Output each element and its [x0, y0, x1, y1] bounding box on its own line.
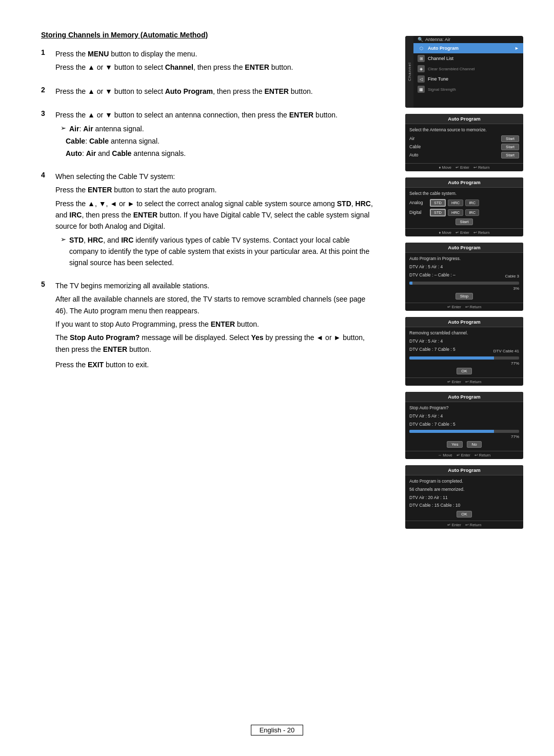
tv-menu-fine-tune: ◁ Fine Tune	[413, 74, 523, 84]
tv-panel2-body: Select the Antenna source to memorize. A…	[405, 124, 523, 163]
tv-panel6-footer: ↔ Move ↵ Enter ↩ Return	[405, 451, 523, 459]
tv-panel5-return: ↩ Return	[465, 380, 482, 384]
step-4-line-3: Press the ▲, ▼, ◄ or ► to select the cor…	[55, 198, 380, 232]
tv-panel4-footer: ↵ Enter ↩ Return	[405, 303, 523, 311]
tv-panel2-auto-label: Auto	[409, 152, 425, 157]
tv-panel6-yes-btn[interactable]: Yes	[447, 441, 463, 448]
tv-panel3-enter: ↵ Enter	[456, 230, 469, 235]
tv-panel5-progress-bar	[409, 356, 519, 360]
footer-label: English - 20	[251, 725, 304, 735]
tv-menu-signal-strength: ▦ Signal Strength	[413, 84, 523, 94]
tv-menu-icon-2: ⊞	[418, 55, 425, 62]
step-3-number: 3	[41, 109, 50, 117]
step-4-number: 4	[41, 171, 50, 179]
tv-menu-auto-program: ⬡ Auto Program ►	[413, 43, 523, 53]
step-5-line-2: After all the available channels are sto…	[55, 293, 380, 316]
tv-panel3-std-btn[interactable]: STD	[430, 199, 446, 207]
tv-antenna-row: 🔍 Antenna : Air	[413, 36, 523, 43]
tv-panel2-air-label: Air	[409, 136, 425, 141]
step-2-line-1: Press the ▲ or ▼ button to select Auto P…	[55, 86, 380, 97]
tv-menu-arrow-1: ►	[515, 46, 519, 51]
step-5-line-5: Press the EXIT button to exit.	[55, 359, 380, 370]
tv-panel4-status: Auto Program in Progress.	[409, 256, 519, 262]
tv-panel2-title: Auto Program	[405, 114, 523, 124]
step-1-line-2: Press the ▲ or ▼ button to select Channe…	[55, 62, 380, 73]
tv-panel7-dtv-air: DTV Air : 20 Air : 11	[409, 495, 519, 501]
tv-antenna-label: Antenna	[425, 37, 443, 42]
tv-panel3-body: Select the cable system. Analog STD HRC …	[405, 188, 523, 228]
tv-menu-clear-scrambled: ◈ Clear Scrambled Channel	[413, 64, 523, 74]
tv-panel2-air-start[interactable]: Start	[501, 135, 519, 142]
tv-panel5-ok-row: OK	[409, 368, 519, 374]
step-3-cable: Cable: Cable antenna signal.	[66, 135, 380, 147]
tv-panel-menu: Channel 🔍 Antenna : Air ⬡ Auto Program ►…	[405, 36, 523, 108]
step-3-content: Press the ▲ or ▼ button to select an ant…	[55, 109, 380, 161]
tv-panel2-cable-start[interactable]: Start	[501, 144, 519, 150]
tv-panel3-dstd-btn[interactable]: STD	[430, 209, 446, 216]
tv-panel2-instruction: Select the Antenna source to memorize.	[409, 127, 519, 133]
tv-panel5-percent: 77%	[409, 361, 519, 366]
tv-panel5-dtv-air: DTV Air : 5 Air : 4	[409, 339, 519, 345]
tv-panel3-analog-row: Analog STD HRC IRC	[409, 199, 519, 207]
tv-panel3-digital-label: Digital	[409, 210, 428, 215]
step-2-number: 2	[41, 86, 50, 94]
tv-panel4-stop-btn[interactable]: Stop	[456, 293, 473, 300]
tv-menu-icon-1: ⬡	[418, 45, 425, 52]
tv-panel3-dhrc-btn[interactable]: HRC	[448, 209, 463, 216]
tv-screenshots: Channel 🔍 Antenna : Air ⬡ Auto Program ►…	[405, 31, 523, 725]
tv-panel3-dirc-btn[interactable]: IRC	[465, 209, 479, 216]
step-5: 5 The TV begins memorizing all available…	[41, 280, 380, 373]
tv-panel4-cable-num: Cable 3	[505, 274, 519, 278]
tv-panel2-enter: ↵ Enter	[456, 165, 469, 170]
tv-panel3-instruction: Select the cable system.	[409, 191, 519, 197]
tv-panel7-line2: 56 channels are memorized.	[409, 487, 519, 493]
tv-panel-select-antenna: Auto Program Select the Antenna source t…	[405, 114, 523, 171]
tv-panel6-progress-bar	[409, 430, 519, 433]
tv-panel5-dtv-cable: DTV Cable : 7 Cable : 5	[409, 347, 456, 353]
step-1: 1 Press the MENU button to display the m…	[41, 48, 380, 75]
tv-panel4-enter: ↵ Enter	[447, 305, 461, 309]
tv-panel5-cable-num: DTV Cable 41	[493, 349, 519, 353]
tv-panel6-no-btn[interactable]: No	[467, 441, 481, 448]
tv-panel4-title: Auto Program	[405, 243, 523, 253]
tv-panel6-move: ↔ Move	[438, 453, 452, 457]
step-4-content: When selecting the Cable TV system: Pres…	[55, 171, 380, 270]
tv-panel6-percent: 77%	[409, 434, 519, 439]
channel-sidebar-label: Channel	[405, 36, 413, 108]
tv-panel7-ok-btn[interactable]: OK	[457, 511, 472, 518]
step-1-number: 1	[41, 48, 50, 56]
tv-panel3-start-btn[interactable]: Start	[456, 218, 473, 225]
step-4: 4 When selecting the Cable TV system: Pr…	[41, 171, 380, 270]
tv-panel5-status: Removing scrambled channel.	[409, 330, 519, 336]
tv-panel7-return: ↩ Return	[465, 523, 482, 527]
tv-panel5-ok-btn[interactable]: OK	[457, 368, 472, 374]
tv-panel5-cable-row: DTV Cable : 7 Cable : 5 DTV Cable 41	[409, 347, 519, 355]
tv-panel4-percent: 3%	[409, 286, 519, 291]
tv-panel7-ok-row: OK	[409, 511, 519, 518]
tv-panel6-title: Auto Program	[405, 392, 523, 402]
tv-panel6-enter: ↵ Enter	[457, 453, 470, 457]
tv-panel7-enter: ↵ Enter	[447, 523, 461, 527]
tv-panel4-body: Auto Program in Progress. DTV Air : 5 Ai…	[405, 253, 523, 303]
step-4-note: ➢ STD, HRC, and IRC identify various typ…	[61, 234, 380, 269]
step-5-line-4: The Stop Auto Program? message will be d…	[55, 332, 380, 355]
tv-auto-program-label: Auto Program	[428, 46, 511, 51]
tv-panel3-hrc-btn[interactable]: HRC	[448, 200, 463, 206]
tv-panel3-irc-btn[interactable]: IRC	[465, 200, 479, 206]
tv-panel4-dtv-air: DTV Air : 5 Air : 4	[409, 264, 519, 270]
tv-signal-strength-label: Signal Strength	[428, 87, 519, 92]
section-title: Storing Channels in Memory (Automatic Me…	[41, 31, 380, 39]
tv-panel7-status: Auto Program is completed.	[409, 479, 519, 485]
tv-panel6-dtv-cable: DTV Cable : 7 Cable : 5	[409, 422, 519, 428]
step-3: 3 Press the ▲ or ▼ button to select an a…	[41, 109, 380, 161]
tv-panel-cable-system: Auto Program Select the cable system. An…	[405, 177, 523, 236]
page-footer: English - 20	[0, 725, 554, 735]
tv-panel5-enter: ↵ Enter	[447, 380, 461, 384]
tv-panel7-title: Auto Program	[405, 465, 523, 475]
tv-panel6-body: Stop Auto Program? DTV Air : 5 Air : 4 D…	[405, 402, 523, 451]
step-5-line-1: The TV begins memorizing all available s…	[55, 280, 380, 291]
step-3-auto: Auto: Air and Cable antenna signals.	[66, 148, 380, 159]
tv-panel3-footer: ♦ Move ↵ Enter ↩ Return	[405, 228, 523, 236]
tv-menu-channel-list: ⊞ Channel List	[413, 53, 523, 64]
tv-panel2-auto-start[interactable]: Start	[501, 152, 519, 158]
